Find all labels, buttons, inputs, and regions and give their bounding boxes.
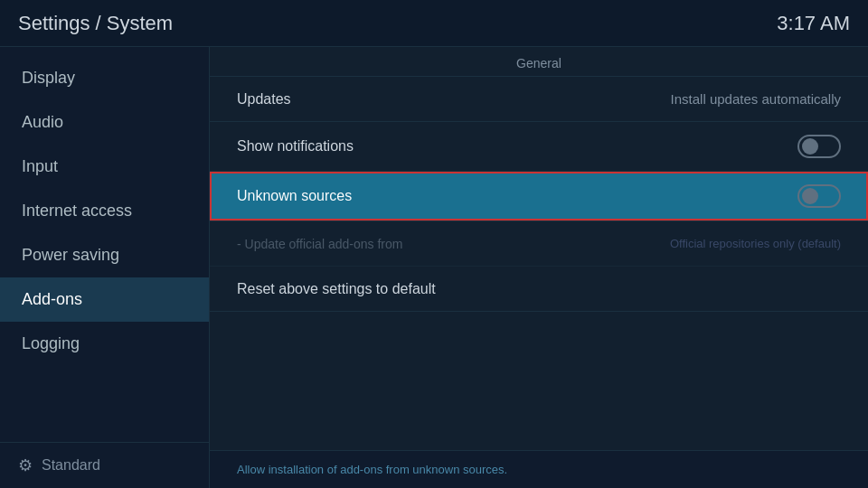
toggle-unknown-sources[interactable] xyxy=(797,184,841,208)
row-label-show-notifications: Show notifications xyxy=(237,138,354,155)
settings-row-unknown-sources[interactable]: Unknown sources xyxy=(210,172,868,221)
settings-row-reset-settings[interactable]: Reset above settings to default xyxy=(210,267,868,312)
row-label-update-official-addons: - Update official add-ons from xyxy=(237,237,402,251)
section-label: General xyxy=(210,47,868,77)
settings-row-update-official-addons[interactable]: - Update official add-ons fromOfficial r… xyxy=(210,221,868,267)
settings-panel: General UpdatesInstall updates automatic… xyxy=(210,47,868,450)
footer-hint: Allow installation of add-ons from unkno… xyxy=(237,463,507,476)
sidebar-item-input[interactable]: Input xyxy=(0,145,209,189)
sidebar-item-audio[interactable]: Audio xyxy=(0,100,209,145)
sidebar-footer-label: Standard xyxy=(42,457,100,474)
row-label-reset-settings: Reset above settings to default xyxy=(237,281,436,297)
content-area: General UpdatesInstall updates automatic… xyxy=(210,47,868,488)
row-value-updates: Install updates automatically xyxy=(671,91,841,107)
sidebar-item-internet-access[interactable]: Internet access xyxy=(0,189,209,233)
page-title: Settings / System xyxy=(18,12,173,35)
settings-row-show-notifications[interactable]: Show notifications xyxy=(210,122,868,172)
row-label-unknown-sources: Unknown sources xyxy=(237,188,352,204)
sidebar-item-logging[interactable]: Logging xyxy=(0,322,209,366)
settings-row-updates[interactable]: UpdatesInstall updates automatically xyxy=(210,77,868,122)
sidebar-item-add-ons[interactable]: Add-ons xyxy=(0,277,209,322)
row-value-update-official-addons: Official repositories only (default) xyxy=(670,237,841,250)
toggle-knob-show-notifications xyxy=(802,138,818,155)
sidebar-footer: ⚙ Standard xyxy=(0,442,209,488)
row-label-updates: Updates xyxy=(237,91,291,108)
content-footer: Allow installation of add-ons from unkno… xyxy=(210,450,868,488)
gear-icon: ⚙ xyxy=(18,455,33,475)
sidebar: DisplayAudioInputInternet accessPower sa… xyxy=(0,47,210,488)
clock: 3:17 AM xyxy=(777,12,850,35)
toggle-show-notifications[interactable] xyxy=(797,135,841,158)
sidebar-item-power-saving[interactable]: Power saving xyxy=(0,233,209,277)
sidebar-item-display[interactable]: Display xyxy=(0,56,209,100)
main-layout: DisplayAudioInputInternet accessPower sa… xyxy=(0,47,868,488)
header: Settings / System 3:17 AM xyxy=(0,0,868,47)
toggle-knob-unknown-sources xyxy=(802,188,818,204)
